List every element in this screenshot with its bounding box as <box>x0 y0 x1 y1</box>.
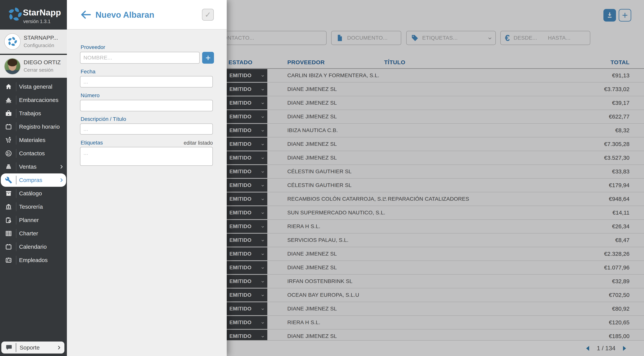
status-dropdown[interactable]: EMITIDO <box>222 247 267 260</box>
divider <box>16 96 16 104</box>
document-filter[interactable] <box>331 31 401 45</box>
status-dropdown[interactable]: EMITIDO <box>222 206 267 219</box>
etiquetas-label: Etiquetas <box>80 140 103 146</box>
status-label: EMITIDO <box>230 292 252 298</box>
status-dropdown[interactable]: EMITIDO <box>222 124 267 137</box>
sidebar-item-label: Ventas <box>19 164 36 170</box>
status-dropdown[interactable]: EMITIDO <box>222 192 267 206</box>
total-cell: €39,17 <box>612 100 630 106</box>
user-account[interactable]: DIEGO ORTIZ Cerrar sesión <box>0 55 67 78</box>
next-page-icon[interactable] <box>621 345 628 352</box>
chevron-down-icon <box>260 252 265 256</box>
chevron-down-icon <box>260 334 265 339</box>
chevron-right-icon <box>56 345 62 350</box>
chevron-down-icon <box>260 87 265 92</box>
status-label: EMITIDO <box>230 141 252 147</box>
back-button[interactable] <box>80 8 92 21</box>
home-icon <box>5 83 12 90</box>
save-button[interactable]: ✓ <box>202 9 214 20</box>
status-dropdown[interactable]: EMITIDO <box>222 96 267 110</box>
amount-from-input[interactable] <box>514 35 548 41</box>
panel-header: Nuevo Albaran ✓ <box>67 0 227 30</box>
people-icon <box>5 150 12 157</box>
proveedor-input[interactable] <box>80 52 200 64</box>
provider-cell: DIANE JIMENEZ SL <box>287 333 337 339</box>
sidebar-item-charter[interactable]: Charter <box>0 227 67 240</box>
status-dropdown[interactable]: EMITIDO <box>222 275 267 288</box>
status-dropdown[interactable]: EMITIDO <box>222 288 267 302</box>
status-dropdown[interactable]: EMITIDO <box>222 261 267 274</box>
total-cell: €3.527,30 <box>604 154 630 161</box>
status-dropdown[interactable]: EMITIDO <box>222 220 267 233</box>
sidebar-item-label: Registro horario <box>19 124 60 130</box>
amount-filter[interactable]: € <box>500 31 590 45</box>
sidebar-item-embarcaciones[interactable]: Embarcaciones <box>0 94 67 107</box>
status-dropdown[interactable]: EMITIDO <box>222 316 267 329</box>
app-version: versión 1.3.1 <box>23 19 50 24</box>
status-dropdown[interactable]: EMITIDO <box>222 234 267 246</box>
sidebar-item-cat-logo[interactable]: Catálogo <box>0 187 67 200</box>
new-document-button[interactable]: + <box>619 9 631 22</box>
etiquetas-input[interactable] <box>80 147 213 166</box>
sidebar-item-label: Vista general <box>19 84 52 90</box>
status-label: EMITIDO <box>230 224 252 230</box>
contact-filter[interactable] <box>214 31 326 45</box>
contact-filter-input[interactable] <box>219 35 326 41</box>
sidebar-item-soporte[interactable]: Soporte <box>1 342 64 354</box>
workspace-settings[interactable]: STARNAPP... Configuración <box>0 30 67 54</box>
provider-cell: CÉLESTIN GAUTHIER SL <box>287 182 352 188</box>
sidebar-item-label: Charter <box>19 230 38 237</box>
numero-input[interactable] <box>80 100 213 111</box>
sidebar-item-calendario[interactable]: Calendario <box>0 240 67 254</box>
status-dropdown[interactable]: EMITIDO <box>222 110 267 123</box>
grid-icon <box>5 230 12 237</box>
chevron-down-icon <box>260 101 265 106</box>
fecha-label: Fecha <box>80 68 96 75</box>
sidebar-item-label: Tesorería <box>19 204 43 210</box>
edit-tags-link[interactable]: editar listado <box>184 140 213 146</box>
status-dropdown[interactable]: EMITIDO <box>222 151 267 164</box>
status-dropdown[interactable]: EMITIDO <box>222 138 267 150</box>
check-icon: ✓ <box>205 10 211 19</box>
sidebar-item-label: Trabajos <box>19 110 41 117</box>
tags-filter[interactable] <box>406 31 496 45</box>
archive-icon <box>5 190 12 197</box>
divider <box>16 109 16 118</box>
sidebar-item-compras[interactable]: Compras <box>0 174 67 187</box>
calendar-icon <box>5 123 12 130</box>
total-cell: €8,32 <box>615 127 630 134</box>
sidebar-item-materiales[interactable]: Materiales <box>0 134 67 147</box>
chevron-down-icon <box>260 307 265 312</box>
sidebar-item-trabajos[interactable]: Trabajos <box>0 107 67 120</box>
sidebar-item-vista-general[interactable]: Vista general <box>0 80 67 94</box>
status-dropdown[interactable]: EMITIDO <box>222 83 267 96</box>
sidebar-item-ventas[interactable]: Ventas <box>0 160 67 174</box>
document-filter-input[interactable] <box>347 35 401 41</box>
provider-cell: SUN SUPERMERCADO NAUTICO, S.L. <box>287 210 386 216</box>
previous-page-icon[interactable] <box>584 345 591 352</box>
sidebar-item-contactos[interactable]: Contactos <box>0 147 67 160</box>
amount-to-input[interactable] <box>548 35 582 41</box>
sidebar-item-registro-horario[interactable]: Registro horario <box>0 120 67 134</box>
tags-filter-input[interactable] <box>422 35 496 41</box>
planner-icon <box>5 216 12 224</box>
status-dropdown[interactable]: EMITIDO <box>222 165 267 178</box>
provider-cell: DIANE JIMENEZ SL <box>287 306 337 312</box>
sidebar-item-empleados[interactable]: Empleados <box>0 254 67 267</box>
chevron-down-icon <box>260 197 265 202</box>
fecha-input[interactable] <box>80 76 213 88</box>
sidebar-item-tesorer-a[interactable]: Tesorería <box>0 200 67 214</box>
status-label: EMITIDO <box>230 155 252 161</box>
wrench-icon <box>5 176 12 184</box>
sidebar-item-planner[interactable]: Planner <box>0 214 67 227</box>
descripcion-input[interactable] <box>80 124 213 134</box>
status-dropdown[interactable]: EMITIDO <box>222 302 267 315</box>
status-dropdown[interactable]: EMITIDO <box>222 330 267 340</box>
provider-cell: DIANE JIMENEZ SL <box>287 100 337 106</box>
proveedor-label: Proveedor <box>80 44 105 50</box>
add-provider-button[interactable]: + <box>202 52 214 64</box>
status-dropdown[interactable]: EMITIDO <box>222 179 267 192</box>
status-label: EMITIDO <box>230 128 252 134</box>
status-dropdown[interactable]: EMITIDO <box>222 69 267 82</box>
export-button[interactable] <box>604 9 616 22</box>
